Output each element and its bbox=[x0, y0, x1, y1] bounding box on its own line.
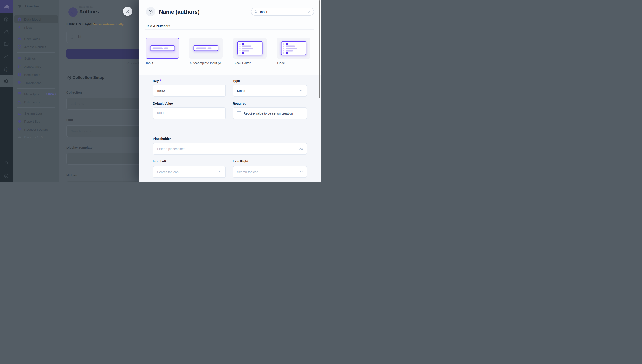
sidebar-item-label: Data Model bbox=[24, 18, 41, 21]
module-docs[interactable]: ? bbox=[0, 64, 13, 75]
placeholder-input[interactable] bbox=[153, 143, 307, 155]
version-info: Directus 11.3.5 bbox=[15, 133, 58, 141]
default-value-input[interactable] bbox=[153, 107, 226, 119]
sidebar-item-settings[interactable]: Settings bbox=[15, 54, 58, 62]
bug-icon bbox=[18, 119, 22, 124]
sidebar-item-label: Extensions bbox=[24, 100, 40, 104]
icon-right-label: Icon Right bbox=[233, 160, 248, 163]
user-avatar[interactable] bbox=[0, 171, 13, 181]
directus-logo[interactable] bbox=[0, 0, 13, 13]
collection-setup-heading: Collection Setup bbox=[73, 75, 104, 80]
interface-card-label: Block Editor bbox=[233, 61, 250, 65]
shapes-icon bbox=[18, 100, 22, 104]
bell-icon bbox=[4, 160, 9, 166]
people-icon bbox=[4, 29, 9, 34]
type-select[interactable]: String bbox=[233, 85, 307, 96]
icon-left-label: Icon Left bbox=[153, 160, 166, 163]
nav-divider bbox=[17, 52, 55, 52]
page-title: Authors bbox=[79, 9, 99, 15]
hidden-label: Hidden bbox=[67, 174, 77, 177]
icon-right-select[interactable]: Search for icon... bbox=[233, 166, 307, 178]
required-field-box: Require value to be set on creation bbox=[233, 107, 307, 119]
create-link[interactable]: Create F bbox=[127, 62, 140, 65]
field-form: Key★ Type String Default Value Required … bbox=[139, 75, 321, 182]
module-files[interactable] bbox=[0, 39, 13, 49]
interface-card-autocomplete[interactable] bbox=[189, 38, 223, 58]
section-divider bbox=[145, 75, 314, 75]
interface-card-code[interactable] bbox=[277, 38, 310, 58]
key-input[interactable] bbox=[153, 85, 226, 96]
palette-icon bbox=[18, 64, 22, 68]
editor-lines-thumbnail bbox=[281, 41, 306, 55]
gear-icon bbox=[4, 78, 9, 84]
directus-rabbit-icon bbox=[3, 3, 10, 10]
field-name: id bbox=[78, 35, 81, 39]
database-icon bbox=[18, 17, 22, 22]
sidebar-item-bookmarks[interactable]: Bookmarks bbox=[15, 71, 58, 79]
display-template-label: Display Template bbox=[67, 146, 92, 149]
translate-icon[interactable] bbox=[299, 146, 303, 150]
translate-icon bbox=[18, 80, 22, 85]
back-button[interactable] bbox=[68, 8, 78, 17]
interface-card-input[interactable] bbox=[146, 38, 179, 58]
autosave-note: Saves Automatically bbox=[93, 22, 124, 26]
editor-lines-thumbnail bbox=[237, 41, 263, 55]
close-icon[interactable] bbox=[307, 10, 311, 13]
project-header[interactable]: Directus bbox=[13, 0, 60, 13]
placeholder-field bbox=[153, 143, 307, 155]
project-name: Directus bbox=[25, 4, 39, 8]
sidebar-item-report-bug[interactable]: Report Bug bbox=[15, 117, 58, 125]
type-value: String bbox=[237, 89, 299, 92]
notifications-button[interactable] bbox=[0, 158, 13, 168]
storefront-icon bbox=[18, 92, 22, 96]
sidebar-item-label: Marketplace bbox=[24, 92, 42, 96]
sidebar-item-translations[interactable]: Translations bbox=[15, 79, 58, 87]
interface-search-input[interactable] bbox=[260, 10, 307, 14]
icon-left-select[interactable]: Search for icon... bbox=[153, 166, 226, 178]
module-bar: ? bbox=[0, 0, 13, 182]
version-label: Directus 11.3.5 bbox=[24, 135, 46, 139]
close-drawer-button[interactable] bbox=[123, 6, 132, 16]
sidebar-item-user-roles[interactable]: User Roles bbox=[15, 35, 58, 43]
box-icon bbox=[67, 75, 72, 80]
default-value-label: Default Value bbox=[153, 102, 173, 105]
field-config-drawer: Name (authors) Text & Numbers Input Auto… bbox=[139, 0, 321, 182]
sidebar-item-label: Access Policies bbox=[24, 45, 46, 49]
sidebar-item-extensions[interactable]: Extensions bbox=[15, 98, 58, 106]
module-insights[interactable] bbox=[0, 52, 13, 62]
module-settings[interactable] bbox=[0, 75, 13, 88]
drag-handle-icon[interactable] bbox=[71, 35, 73, 39]
chevron-down-icon bbox=[299, 170, 303, 174]
interface-search[interactable] bbox=[251, 8, 314, 16]
sidebar-item-data-model[interactable]: Data Model bbox=[15, 15, 58, 23]
tune-icon bbox=[18, 56, 22, 60]
required-checkbox[interactable] bbox=[237, 111, 241, 116]
help-icon: ? bbox=[4, 67, 9, 72]
collection-label: Collection bbox=[67, 90, 82, 94]
arrow-left-icon bbox=[71, 10, 75, 14]
sidebar-item-label: Bookmarks bbox=[24, 73, 40, 76]
sidebar-item-appearance[interactable]: Appearance bbox=[15, 62, 58, 70]
insights-icon bbox=[4, 54, 9, 60]
icon-right-placeholder: Search for icon... bbox=[237, 170, 299, 174]
sidebar-item-request-feature[interactable]: Request Feature bbox=[15, 125, 58, 134]
sidebar-item-system-logs[interactable]: System Logs bbox=[15, 109, 58, 117]
sidebar-item-label: Settings bbox=[24, 57, 36, 60]
interface-card-block-editor[interactable] bbox=[233, 38, 267, 58]
drawer-scrollbar[interactable] bbox=[319, 0, 320, 98]
search-icon bbox=[254, 10, 258, 14]
module-content[interactable] bbox=[0, 14, 13, 24]
key-label: Key★ bbox=[153, 79, 162, 83]
module-users[interactable] bbox=[0, 26, 13, 37]
breadcrumb[interactable]: Data Model bbox=[79, 6, 93, 8]
required-checkbox-label[interactable]: Require value to be set on creation bbox=[243, 112, 293, 115]
interface-card-label: Code bbox=[277, 61, 285, 65]
sidebar-item-label: Appearance bbox=[24, 65, 41, 68]
sidebar-item-marketplace[interactable]: Marketplace Beta bbox=[15, 90, 58, 98]
nav-divider bbox=[17, 107, 55, 108]
svg-text:?: ? bbox=[6, 68, 7, 71]
sidebar-item-flows[interactable]: Flows bbox=[15, 23, 58, 32]
form-divider bbox=[153, 130, 307, 130]
sidebar-item-access-policies[interactable]: Access Policies bbox=[15, 43, 58, 51]
navigation-panel: Directus Data Model Flows User Roles Acc… bbox=[13, 0, 60, 182]
